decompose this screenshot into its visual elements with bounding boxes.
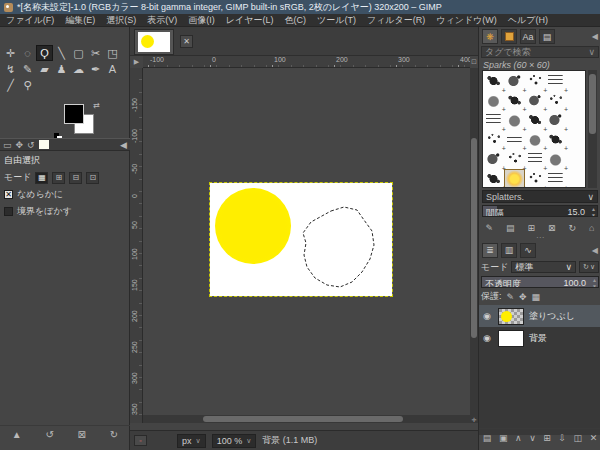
mode-add-button[interactable]: ⊞ — [52, 172, 65, 184]
feather-checkbox[interactable] — [4, 207, 13, 216]
menu-image[interactable]: 画像(I) — [188, 14, 215, 27]
ellipse-select-tool-icon[interactable]: ◌ — [19, 45, 36, 61]
menu-colors[interactable]: 色(C) — [284, 14, 306, 27]
menu-help[interactable]: ヘルプ(H) — [508, 14, 548, 27]
dock-menu-icon[interactable]: ◀ — [592, 246, 598, 255]
paths-tab[interactable]: ∿ — [520, 243, 536, 258]
warp-tool-icon[interactable]: ↯ — [2, 61, 19, 77]
open-brush-icon[interactable]: ⌂ — [589, 223, 594, 233]
smudge-tool-icon[interactable]: ☁ — [70, 61, 87, 77]
merge-layer-icon[interactable]: ⇩ — [558, 433, 566, 443]
brush-thumbnail[interactable] — [525, 110, 546, 130]
brush-thumbnail[interactable] — [483, 91, 504, 111]
menu-filters[interactable]: フィルター(R) — [367, 14, 425, 27]
vertical-scrollbar[interactable] — [470, 68, 478, 423]
brush-thumbnail[interactable] — [525, 91, 546, 111]
quickmask-toggle-icon[interactable]: ▫ — [134, 435, 147, 446]
menu-windows[interactable]: ウィンドウ(W) — [436, 14, 497, 27]
ruler-corner-button[interactable]: ▶ — [130, 56, 143, 68]
layer-mode-switch-button[interactable]: ↻ ∨ — [579, 261, 599, 273]
clone-tool-icon[interactable]: ♟ — [53, 61, 70, 77]
zoom-tool-icon[interactable]: ⚲ — [19, 77, 36, 93]
brush-thumbnail[interactable] — [545, 91, 566, 111]
new-layer-group-icon[interactable]: ▣ — [499, 433, 508, 443]
zoom-select[interactable]: 100 % ∨ — [212, 434, 257, 448]
spinner-arrows-icon[interactable]: ▲▼ — [591, 206, 596, 217]
brush-thumbnail[interactable] — [525, 71, 546, 91]
duplicate-layer-icon[interactable]: ⊞ — [543, 433, 551, 443]
delete-layer-icon[interactable]: ✕ — [590, 433, 598, 443]
brush-thumbnail[interactable] — [525, 169, 546, 188]
fonts-tab[interactable]: Aa — [520, 29, 536, 44]
dock-menu-icon[interactable]: ◀ — [592, 32, 598, 41]
horizontal-scrollbar-thumb[interactable] — [203, 416, 403, 422]
image-thumbnail-tab-icon[interactable] — [39, 140, 49, 149]
measure-tool-icon[interactable]: ╲ — [53, 45, 70, 61]
brush-tag-search[interactable]: タグで検索 ∨ — [481, 46, 599, 58]
foreground-color-swatch[interactable] — [64, 104, 84, 124]
brush-thumbnail[interactable] — [504, 91, 525, 111]
new-brush-icon[interactable]: ▤ — [506, 223, 515, 233]
lower-layer-icon[interactable]: ∨ — [529, 433, 536, 443]
brush-thumbnail[interactable] — [483, 149, 504, 169]
swap-colors-icon[interactable]: ⇄ — [93, 101, 100, 110]
brush-thumbnail[interactable] — [504, 130, 525, 150]
layers-tab[interactable]: ≣ — [482, 243, 498, 258]
crop-tool-icon[interactable]: ✂ — [87, 45, 104, 61]
brush-grid-scrollbar[interactable] — [588, 70, 597, 188]
brush-thumbnail[interactable] — [483, 169, 504, 188]
image-tab[interactable] — [134, 29, 174, 55]
brushes-tab[interactable]: ❋ — [482, 29, 498, 44]
mode-intersect-button[interactable]: ⊡ — [86, 172, 99, 184]
move-tool-icon[interactable]: ✛ — [2, 45, 19, 61]
mode-replace-button[interactable]: ▦ — [35, 172, 48, 184]
menu-layer[interactable]: レイヤー(L) — [226, 14, 274, 27]
edit-brush-icon[interactable]: ✎ — [485, 223, 493, 233]
layer-row-background[interactable]: ◉ 背景 — [479, 327, 600, 349]
brush-grid-scrollbar-thumb[interactable] — [589, 74, 596, 134]
save-preset-icon[interactable]: ▲ — [12, 429, 22, 440]
brush-spacing-slider[interactable]: 間隔 15.0 ▲▼ — [482, 205, 598, 217]
lock-position-icon[interactable]: ✥ — [519, 292, 527, 302]
brush-thumbnail[interactable] — [545, 149, 566, 169]
dock-menu-icon[interactable]: ◀ — [120, 140, 127, 150]
transform-tool-icon[interactable]: ◳ — [104, 45, 121, 61]
refresh-brushes-icon[interactable]: ↻ — [569, 223, 577, 233]
menu-select[interactable]: 選択(S) — [106, 14, 136, 27]
color-picker-tool-icon[interactable]: ╱ — [2, 77, 19, 93]
brush-thumbnail[interactable] — [504, 149, 525, 169]
layer-mask-icon[interactable]: ◫ — [574, 433, 583, 443]
reset-preset-icon[interactable]: ↻ — [110, 429, 118, 440]
restore-preset-icon[interactable]: ↺ — [45, 429, 53, 440]
canvas-image[interactable] — [210, 183, 392, 296]
brush-thumbnail[interactable] — [525, 149, 546, 169]
image-tab-close-icon[interactable]: ✕ — [180, 35, 193, 48]
patterns-tab[interactable] — [501, 29, 517, 44]
brush-thumbnail[interactable] — [545, 71, 566, 91]
brush-thumbnail[interactable] — [525, 130, 546, 150]
brush-thumbnail[interactable] — [545, 130, 566, 150]
tool-options-tab-icon[interactable]: ▭ — [3, 140, 12, 150]
menu-edit[interactable]: 編集(E) — [65, 14, 95, 27]
brush-group-select[interactable]: Splatters. ∨ — [482, 190, 598, 203]
visibility-eye-icon[interactable]: ◉ — [483, 333, 493, 343]
new-layer-icon[interactable]: ▤ — [483, 433, 492, 443]
unit-select[interactable]: px ∨ — [177, 434, 206, 448]
undo-history-tab-icon[interactable]: ↺ — [27, 140, 35, 150]
opacity-slider[interactable]: 不透明度 100.0 ▲▼ — [481, 276, 599, 288]
brush-thumbnail[interactable] — [483, 130, 504, 150]
raise-layer-icon[interactable]: ∧ — [515, 433, 522, 443]
lock-alpha-icon[interactable]: ▦ — [532, 292, 541, 302]
brush-thumbnail[interactable] — [545, 110, 566, 130]
menu-view[interactable]: 表示(V) — [147, 14, 177, 27]
brush-thumbnail[interactable] — [504, 71, 525, 91]
antialias-checkbox[interactable]: ✕ — [4, 190, 13, 199]
free-select-tool-icon[interactable]: Ϙ — [36, 45, 53, 61]
brush-thumbnail[interactable] — [483, 71, 504, 91]
spinner-arrows-icon[interactable]: ▲▼ — [592, 277, 597, 288]
rectangle-select-tool-icon[interactable]: ▢ — [70, 45, 87, 61]
device-status-tab-icon[interactable]: ✥ — [16, 140, 24, 150]
navigation-icon[interactable]: ✛ — [470, 415, 478, 423]
text-tool-icon[interactable]: A — [104, 61, 121, 77]
duplicate-brush-icon[interactable]: ⊞ — [527, 223, 535, 233]
